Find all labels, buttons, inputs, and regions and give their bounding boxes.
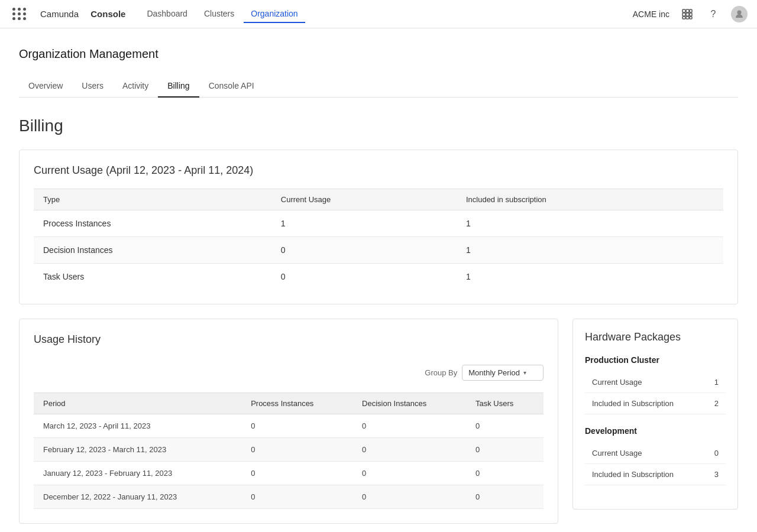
table-row: Task Users 0 1 xyxy=(34,264,723,290)
process-cell: 0 xyxy=(241,414,352,438)
nav-organization[interactable]: Organization xyxy=(244,5,305,23)
org-name: ACME inc xyxy=(633,9,669,19)
tab-users[interactable]: Users xyxy=(72,75,113,98)
billing-heading: Billing xyxy=(19,116,738,135)
task-cell: 0 xyxy=(466,462,544,485)
hw-row: Included in Subscription 2 xyxy=(585,393,726,414)
col-period: Period xyxy=(34,393,241,414)
grid-icon[interactable] xyxy=(679,6,695,22)
row-type: Task Users xyxy=(34,264,271,290)
decision-cell: 0 xyxy=(352,438,466,462)
row-type: Process Instances xyxy=(34,210,271,237)
row-included: 1 xyxy=(457,210,723,237)
col-decision: Decision Instances xyxy=(352,393,466,414)
hardware-packages-card: Hardware Packages Production Cluster Cur… xyxy=(572,319,738,510)
usage-history-title: Usage History xyxy=(34,333,544,346)
current-usage-card: Current Usage (April 12, 2023 - April 11… xyxy=(19,150,738,304)
table-row: March 12, 2023 - April 11, 2023 0 0 0 xyxy=(34,414,544,438)
production-cluster-section: Production Cluster Current Usage 1 Inclu… xyxy=(585,355,726,414)
col-type: Type xyxy=(34,189,271,210)
period-cell: December 12, 2022 - January 11, 2023 xyxy=(34,485,241,509)
col-task: Task Users xyxy=(466,393,544,414)
tab-overview[interactable]: Overview xyxy=(19,75,72,98)
row-current: 1 xyxy=(271,210,457,237)
development-section: Development Current Usage 0 Included in … xyxy=(585,426,726,485)
table-row: December 12, 2022 - January 11, 2023 0 0… xyxy=(34,485,544,509)
hw-row-value: 0 xyxy=(714,449,719,458)
tabs-bar: Overview Users Activity Billing Console … xyxy=(19,75,738,98)
tab-console-api[interactable]: Console API xyxy=(199,75,264,98)
col-process: Process Instances xyxy=(241,393,352,414)
help-icon[interactable]: ? xyxy=(705,6,722,22)
topnav: Camunda Console Dashboard Clusters Organ… xyxy=(0,0,757,28)
tab-billing[interactable]: Billing xyxy=(158,75,199,98)
hw-row-label: Current Usage xyxy=(592,449,642,458)
page-content: Organization Management Overview Users A… xyxy=(0,28,757,532)
user-avatar[interactable] xyxy=(731,6,748,22)
topnav-right: ACME inc ? xyxy=(633,6,748,22)
task-cell: 0 xyxy=(466,438,544,462)
process-cell: 0 xyxy=(241,438,352,462)
row-current: 0 xyxy=(271,264,457,290)
row-included: 1 xyxy=(457,237,723,264)
decision-cell: 0 xyxy=(352,485,466,509)
process-cell: 0 xyxy=(241,485,352,509)
svg-rect-8 xyxy=(690,17,692,19)
hw-row-label: Current Usage xyxy=(592,378,642,387)
development-title: Development xyxy=(585,426,726,436)
hw-row-value: 1 xyxy=(714,378,719,387)
svg-rect-6 xyxy=(682,17,685,19)
col-included: Included in subscription xyxy=(457,189,723,210)
svg-rect-1 xyxy=(686,9,689,12)
hw-row-label: Included in Subscription xyxy=(592,399,674,408)
avatar-circle xyxy=(731,6,748,22)
current-usage-title: Current Usage (April 12, 2023 - April 11… xyxy=(34,164,723,177)
svg-point-9 xyxy=(737,10,742,14)
row-included: 1 xyxy=(457,264,723,290)
group-by-label: Group By xyxy=(425,368,457,377)
svg-rect-0 xyxy=(682,9,685,12)
group-by-select[interactable]: Monthly Period ▾ xyxy=(462,365,544,381)
apps-icon[interactable] xyxy=(9,6,26,22)
svg-rect-2 xyxy=(690,9,692,12)
task-cell: 0 xyxy=(466,414,544,438)
current-usage-table: Type Current Usage Included in subscript… xyxy=(34,189,723,290)
row-current: 0 xyxy=(271,237,457,264)
topnav-links: Dashboard Clusters Organization xyxy=(140,5,305,23)
col-current-usage: Current Usage xyxy=(271,189,457,210)
chevron-down-icon: ▾ xyxy=(523,369,526,376)
table-row: February 12, 2023 - March 11, 2023 0 0 0 xyxy=(34,438,544,462)
decision-cell: 0 xyxy=(352,462,466,485)
task-cell: 0 xyxy=(466,485,544,509)
two-col-layout: Usage History Group By Monthly Period ▾ … xyxy=(19,319,738,532)
table-row: January 12, 2023 - February 11, 2023 0 0… xyxy=(34,462,544,485)
hw-row-value: 3 xyxy=(714,470,719,479)
hw-row: Current Usage 0 xyxy=(585,443,726,464)
tab-activity[interactable]: Activity xyxy=(113,75,158,98)
topnav-left: Camunda Console Dashboard Clusters Organ… xyxy=(9,5,633,23)
period-cell: February 12, 2023 - March 11, 2023 xyxy=(34,438,241,462)
usage-history-card: Usage History Group By Monthly Period ▾ … xyxy=(19,319,558,524)
svg-rect-4 xyxy=(686,13,689,16)
hw-row: Included in Subscription 3 xyxy=(585,464,726,485)
page-title: Organization Management xyxy=(19,47,738,61)
nav-clusters[interactable]: Clusters xyxy=(197,5,241,23)
brand-logo: Camunda Console xyxy=(40,9,125,19)
nav-dashboard[interactable]: Dashboard xyxy=(140,5,195,23)
svg-rect-5 xyxy=(690,13,692,16)
hw-row: Current Usage 1 xyxy=(585,372,726,393)
decision-cell: 0 xyxy=(352,414,466,438)
period-cell: January 12, 2023 - February 11, 2023 xyxy=(34,462,241,485)
production-cluster-title: Production Cluster xyxy=(585,355,726,365)
usage-history-controls: Group By Monthly Period ▾ xyxy=(34,358,544,388)
usage-history-table: Period Process Instances Decision Instan… xyxy=(34,392,544,509)
svg-rect-7 xyxy=(686,17,689,19)
period-cell: March 12, 2023 - April 11, 2023 xyxy=(34,414,241,438)
usage-history-section: Usage History Group By Monthly Period ▾ … xyxy=(19,319,558,532)
svg-rect-3 xyxy=(682,13,685,16)
hardware-packages-section: Hardware Packages Production Cluster Cur… xyxy=(572,319,738,532)
table-row: Decision Instances 0 1 xyxy=(34,237,723,264)
hw-packages-title: Hardware Packages xyxy=(585,331,726,343)
row-type: Decision Instances xyxy=(34,237,271,264)
process-cell: 0 xyxy=(241,462,352,485)
